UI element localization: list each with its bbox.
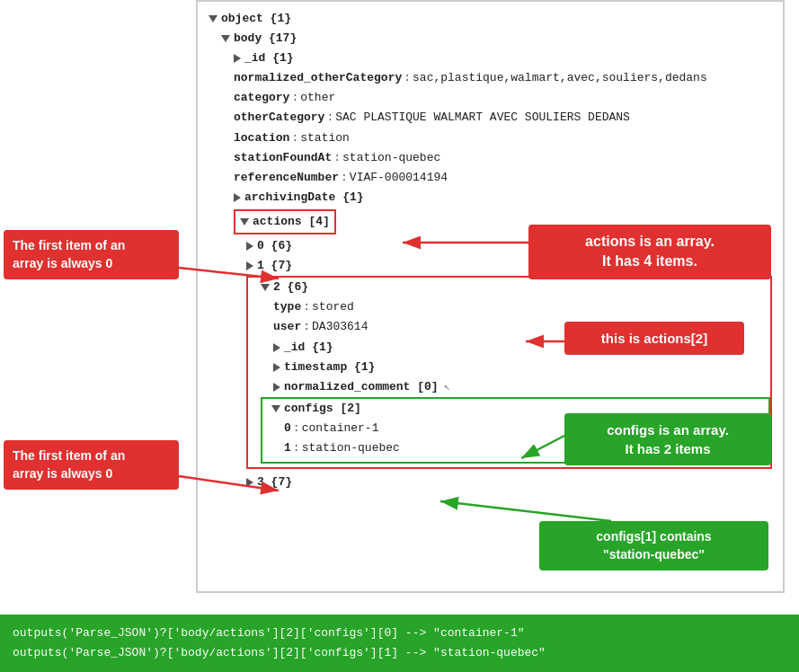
id-row: _id {1} <box>209 49 772 68</box>
body-row: body {17} <box>209 29 772 49</box>
bottom-line1: outputs('Parse_JSON')?['body/actions'][2… <box>13 623 786 643</box>
item1-triangle <box>246 261 253 270</box>
ref-value: VIAF-000014194 <box>350 168 448 188</box>
station-value: station-quebec <box>342 148 440 168</box>
main-container: object {1} body {17} _id {1} normalized_… <box>0 0 799 672</box>
othercategory-row: otherCategory : SAC PLASTIQUE WALMART AV… <box>209 108 772 128</box>
configs-label: configs [2] <box>284 399 361 419</box>
category-key: category <box>234 88 289 108</box>
category-value: other <box>300 88 335 108</box>
station-key: stationFoundAt <box>234 148 332 168</box>
normalized-row: normalized_otherCategory : sac,plastique… <box>209 68 772 88</box>
location-key: location <box>234 128 289 148</box>
actions-callout: actions is an array. It has 4 items. <box>528 225 771 279</box>
a2-id-triangle <box>273 343 280 352</box>
body-label: body {17} <box>234 29 297 49</box>
first-item-callout-2: The first item of an array is always 0 <box>4 440 179 490</box>
object-triangle <box>209 15 218 22</box>
id-triangle <box>234 54 241 63</box>
a2-normcomment-label: normalized_comment [0] <box>284 377 439 397</box>
configs1-key: 1 <box>284 438 291 458</box>
id-label: _id {1} <box>244 49 294 68</box>
item0-label: 0 {6} <box>257 236 292 256</box>
actions-highlight: actions [4] <box>234 209 336 234</box>
location-row: location : station <box>209 128 772 148</box>
othercategory-key: otherCategory <box>234 108 324 128</box>
bottom-bar: outputs('Parse_JSON')?['body/actions'][2… <box>0 615 799 672</box>
configs-triangle <box>271 405 280 412</box>
type-value: stored <box>312 297 354 317</box>
configs1-value: station-quebec <box>302 438 400 458</box>
user-value: DA303614 <box>312 317 368 337</box>
first-item-callout-1: The first item of an array is always 0 <box>4 230 179 279</box>
type-row: type : stored <box>248 297 770 317</box>
actions-triangle <box>240 218 249 225</box>
archiving-label: archivingDate {1} <box>244 188 364 208</box>
a2-timestamp-label: timestamp {1} <box>284 358 375 377</box>
archiving-triangle <box>234 193 241 202</box>
a2-id-label: _id {1} <box>284 338 333 358</box>
actions2-callout: this is actions[2] <box>564 322 744 355</box>
configs1-callout: configs[1] contains "station-quebec" <box>539 521 768 570</box>
json-panel: object {1} body {17} _id {1} normalized_… <box>196 0 785 593</box>
configs0-key: 0 <box>284 419 291 438</box>
item0-triangle <box>246 242 253 251</box>
actions-label: actions [4] <box>253 212 330 232</box>
a2-timestamp-row: timestamp {1} <box>248 358 770 377</box>
archiving-row: archivingDate {1} <box>209 188 772 208</box>
a2-normcomment-triangle <box>273 383 280 392</box>
body-triangle <box>221 35 230 42</box>
ref-key: referenceNumber <box>234 168 339 188</box>
configs-callout: configs is an array. It has 2 items <box>564 413 771 465</box>
a2-timestamp-triangle <box>273 363 280 372</box>
item2-row: 2 {6} <box>248 278 770 297</box>
item3-triangle <box>246 478 253 487</box>
configs0-value: container-1 <box>302 419 379 438</box>
station-row: stationFoundAt : station-quebec <box>209 148 772 168</box>
normalized-value: sac,plastique,walmart,avec,souliers,deda… <box>413 68 707 88</box>
item2-triangle <box>261 284 270 291</box>
user-key: user <box>273 317 301 337</box>
category-row: category : other <box>209 88 772 108</box>
object-row: object {1} <box>209 9 772 29</box>
normalized-key: normalized_otherCategory <box>234 68 402 88</box>
item3-label: 3 {7} <box>257 473 292 492</box>
location-value: station <box>300 128 350 148</box>
cursor-indicator: ↖ <box>444 378 450 396</box>
a2-normcomment-row: normalized_comment [0] ↖ <box>248 377 770 397</box>
othercategory-value: SAC PLASTIQUE WALMART AVEC SOULIERS DEDA… <box>335 108 630 128</box>
item3-row: 3 {7} <box>209 473 772 492</box>
object-label: object {1} <box>221 9 291 29</box>
type-key: type <box>273 297 301 317</box>
ref-row: referenceNumber : VIAF-000014194 <box>209 168 772 188</box>
item1-label: 1 {7} <box>257 256 292 276</box>
item2-label: 2 {6} <box>273 278 308 297</box>
bottom-line2: outputs('Parse_JSON')?['body/actions'][2… <box>13 643 786 663</box>
